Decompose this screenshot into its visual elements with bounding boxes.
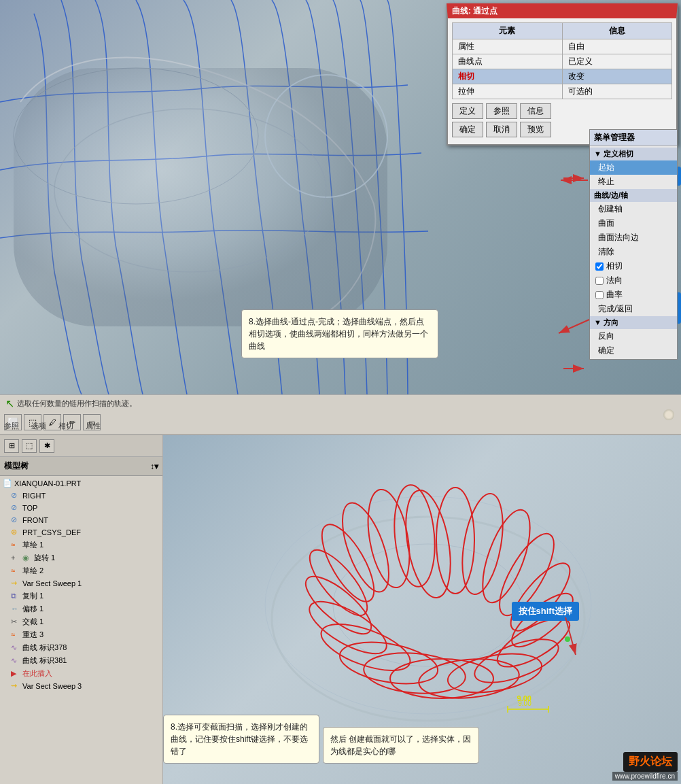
toolbar-strip: ↖ 选取任何数量的链用作扫描的轨迹。 ⬜ ⬚ 🖊 ✏ ▭ 参照 选项 相切 属性 — [0, 394, 681, 435]
top-annotation-bubble: 8.选择曲线-通过点-完成；选择曲线端点，然后点相切选项，使曲线两端都相切，同样… — [241, 309, 438, 358]
menu-manager-title: 菜单管理器 — [590, 130, 677, 146]
tree-item-varsweep1[interactable]: ⇝ Var Sect Sweep 1 — [0, 577, 162, 590]
sidebar-tb-layers[interactable]: ⬚ — [22, 439, 37, 453]
curve-dialog-title: 曲线: 通过点 — [452, 5, 497, 17]
mm-item-done[interactable]: 完成/返回 — [590, 302, 677, 316]
dialog-buttons-row1: 定义 参照 信息 — [452, 103, 672, 119]
sweep3-icon: ⇝ — [11, 681, 20, 691]
copy-icon: ⧉ — [11, 592, 20, 601]
sketch-icon: ≈ — [11, 541, 20, 550]
mm-section-header-curve: 曲线/边/轴 — [590, 189, 677, 202]
tree-item-csys[interactable]: ⊕ PRT_CSYS_DEF — [0, 526, 162, 539]
tree-item-offset1[interactable]: ↔ 偏移 1 — [0, 602, 162, 615]
svg-point-13 — [333, 544, 523, 666]
checkbox-curvature-input[interactable] — [595, 291, 604, 299]
tree-item-insert-here[interactable]: ▶ 在此插入 — [0, 667, 162, 680]
tree-item-copy1[interactable]: ⧉ 复制 1 — [0, 590, 162, 602]
logo-yehuo: 野火论坛 — [623, 752, 678, 772]
svg-point-28 — [336, 636, 441, 691]
svg-point-30 — [302, 592, 394, 664]
mm-section-tangent: ▼ 定义相切 起始 终止 曲线/边/轴 创建轴 曲面 曲面法向边 清除 相切 法… — [590, 146, 677, 359]
btn-info[interactable]: 信息 — [520, 103, 551, 119]
tree-item-revolve1[interactable]: + ◉ 旋转 1 — [0, 551, 162, 564]
top-3d-viewport: 8.选择曲线-通过点-完成；选择曲线端点，然后点相切选项，使曲线两端都相切，同样… — [0, 0, 681, 394]
mm-item-surface[interactable]: 曲面 — [590, 216, 677, 231]
btn-reference[interactable]: 参照 — [486, 103, 517, 119]
tree-item-trim1[interactable]: ✂ 交截 1 — [0, 615, 162, 628]
svg-point-29 — [315, 615, 415, 680]
plane-icon: ⊘ — [11, 515, 20, 525]
model-tree-expand-icon[interactable]: ↕▾ — [150, 462, 158, 471]
mm-item-surface-normal[interactable]: 曲面法向边 — [590, 231, 677, 245]
curve-icon: ∿ — [11, 643, 20, 653]
table-row: 曲线点 已定义 — [453, 54, 672, 69]
tree-item-sketch3[interactable]: ≈ 重迭 3 — [0, 628, 162, 641]
mm-section-header-define: ▼ 定义相切 — [590, 148, 677, 160]
tree-item-curve378[interactable]: ∿ 曲线 标识378 — [0, 641, 162, 654]
bottom-3d-viewport: 9.00 9.00 按住shift选择 8.选择可变截面扫描，选择刚才创建的曲线… — [163, 435, 681, 784]
sweep-icon: ⇝ — [11, 579, 20, 588]
mm-item-clear[interactable]: 清除 — [590, 245, 677, 259]
btn-define[interactable]: 定义 — [452, 103, 483, 119]
col-header-element: 元素 — [453, 23, 563, 39]
shift-callout-arrow — [545, 614, 586, 662]
checkbox-normal-input[interactable] — [595, 277, 604, 285]
btn-ok[interactable]: 确定 — [452, 122, 483, 137]
top-annotation-text: 8.选择曲线-通过点-完成；选择曲线端点，然后点相切选项，使曲线两端都相切，同样… — [249, 317, 428, 351]
tree-item-top[interactable]: ⊘ TOP — [0, 502, 162, 514]
checkbox-tangent-input[interactable] — [595, 262, 604, 271]
svg-point-34 — [333, 497, 398, 597]
curve-icon: ∿ — [11, 656, 20, 666]
btn-cancel[interactable]: 取消 — [486, 122, 517, 137]
mm-checkbox-curvature[interactable]: 曲率 — [590, 288, 677, 302]
sidebar: ⊞ ⬚ ✱ 模型树 ↕▾ 📄 XIANQUAN-01.PRT ⊘ RIGHT ⊘… — [0, 435, 163, 784]
svg-point-18 — [473, 504, 540, 608]
mm-item-start[interactable]: 起始 — [590, 160, 677, 175]
sketch-icon: ≈ — [11, 630, 20, 640]
mm-checkbox-normal[interactable]: 法向 — [590, 273, 677, 288]
curve-dialog-table: 元素 信息 属性 自由 曲线点 已定义 相切 改变 — [452, 22, 672, 99]
plane-icon: ⊘ — [11, 503, 20, 513]
expand-icon: + — [11, 553, 20, 563]
model-tree-title: 模型树 — [4, 460, 29, 472]
toolbar-status: ↖ 选取任何数量的链用作扫描的轨迹。 — [5, 397, 137, 410]
mm-item-create-axis[interactable]: 创建轴 — [590, 202, 677, 216]
bottom-section: ⊞ ⬚ ✱ 模型树 ↕▾ 📄 XIANQUAN-01.PRT ⊘ RIGHT ⊘… — [0, 435, 681, 784]
measure-indicator: 9.00 — [501, 696, 555, 723]
sidebar-tb-grid[interactable]: ⊞ — [4, 439, 19, 453]
toolbar-spinner — [663, 409, 674, 420]
tree-item-varsweep3[interactable]: ⇝ Var Sect Sweep 3 — [0, 680, 162, 692]
offset-icon: ↔ — [11, 604, 20, 614]
tree-item-front[interactable]: ⊘ FRONT — [0, 514, 162, 526]
mm-section-header-direction: ▼ 方向 — [590, 316, 677, 329]
logo-area: 野火论坛 www.proewildfire.cn — [612, 752, 678, 781]
arrow-tool-icon: ↖ — [5, 397, 14, 410]
model-tree: 📄 XIANQUAN-01.PRT ⊘ RIGHT ⊘ TOP ⊘ FRONT … — [0, 476, 162, 784]
mm-item-confirm[interactable]: 确定 — [590, 343, 677, 358]
toolbar-status-text: 选取任何数量的链用作扫描的轨迹。 — [17, 398, 137, 409]
tree-item-right[interactable]: ⊘ RIGHT — [0, 490, 162, 502]
mm-checkbox-tangent[interactable]: 相切 — [590, 259, 677, 273]
btn-preview[interactable]: 预览 — [520, 122, 551, 137]
svg-line-43 — [565, 617, 576, 655]
revolve-icon: ◉ — [22, 553, 32, 563]
logo-url: www.proewildfire.cn — [612, 772, 678, 781]
mm-item-end[interactable]: 终止 — [590, 175, 677, 189]
tree-item-sketch2[interactable]: ≈ 草绘 2 — [0, 564, 162, 577]
mm-item-reverse[interactable]: 反向 — [590, 329, 677, 343]
tree-item-prt[interactable]: 📄 XIANQUAN-01.PRT — [0, 477, 162, 490]
curve-dialog: 曲线: 通过点 元素 信息 属性 自由 曲线点 已定义 — [447, 3, 678, 146]
menu-manager: 菜单管理器 ▼ 定义相切 起始 终止 曲线/边/轴 创建轴 曲面 曲面法向边 清… — [589, 129, 678, 360]
tree-item-curve381[interactable]: ∿ 曲线 标识381 — [0, 654, 162, 667]
sidebar-tb-star[interactable]: ✱ — [39, 439, 54, 453]
plane-icon: ⊘ — [11, 491, 20, 500]
file-icon: 📄 — [3, 479, 12, 488]
tree-item-sketch1[interactable]: ≈ 草绘 1 — [0, 539, 162, 551]
csys-icon: ⊕ — [11, 528, 20, 537]
bottom-annotation-right: 然后 创建截面就可以了，选择实体，因为线都是实心的哪 — [323, 727, 479, 764]
table-row-tangent[interactable]: 相切 改变 — [453, 69, 672, 84]
sidebar-toolbar: ⊞ ⬚ ✱ — [0, 435, 162, 457]
bottom-annotation-right-text: 然后 创建截面就可以了，选择实体，因为线都是实心的哪 — [330, 734, 471, 756]
svg-text:9.00: 9.00 — [518, 700, 531, 707]
svg-point-16 — [436, 488, 474, 594]
